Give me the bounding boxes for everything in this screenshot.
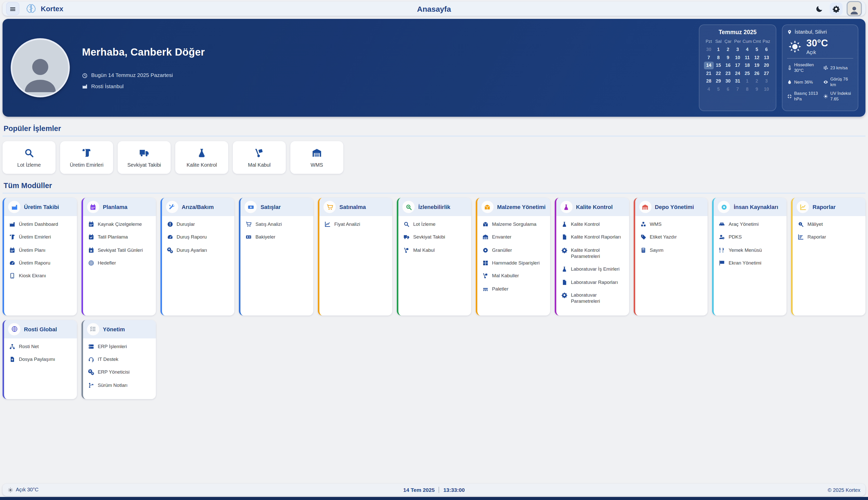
- calendar-day[interactable]: 17: [733, 62, 742, 69]
- calendar-day[interactable]: 9: [752, 86, 762, 93]
- quick-action-lot-i-zleme[interactable]: Lot İzleme: [2, 141, 56, 174]
- user-avatar-button[interactable]: [847, 1, 862, 16]
- module-item-kaynak-izelgeleme[interactable]: Kaynak Çizelgeleme: [88, 221, 151, 228]
- module-item-yemek-men-s[interactable]: Yemek Menüsü: [719, 247, 782, 253]
- calendar-day[interactable]: 8: [742, 86, 752, 93]
- module-item-kalite-kontrol-raporlar[interactable]: Kalite Kontrol Raporları: [561, 234, 624, 241]
- module-item-etiket-yazd-r[interactable]: Etiket Yazdır: [640, 234, 703, 241]
- module-item-envanter[interactable]: Envanter: [482, 234, 545, 241]
- calendar-day[interactable]: 22: [714, 70, 724, 77]
- module-item-kalite-kontrol[interactable]: Kalite Kontrol: [561, 221, 624, 228]
- module-item-sevkiyat-tatil-g-nleri[interactable]: Sevkiyat Tatil Günleri: [88, 247, 151, 253]
- module-item-retim-plan[interactable]: Üretim Planı: [9, 247, 72, 253]
- module-item-duru-ayarlar[interactable]: Duruş Ayarları: [167, 247, 230, 253]
- calendar-day[interactable]: 6: [723, 86, 733, 93]
- module-item-kiosk-ekran[interactable]: Kiosk Ekranı: [9, 273, 72, 279]
- calendar-day[interactable]: 5: [752, 46, 762, 53]
- module-item-duru-raporu[interactable]: Duruş Raporu: [167, 234, 230, 241]
- calendar-day[interactable]: 25: [742, 70, 752, 77]
- calendar-day[interactable]: 20: [762, 62, 771, 69]
- module-item-retim-emirleri[interactable]: Üretim Emirleri: [9, 234, 72, 241]
- settings-button[interactable]: [830, 2, 843, 15]
- module-item-ara-y-netimi[interactable]: Araç Yönetimi: [719, 221, 782, 228]
- calendar-day-header: Cmt: [752, 38, 762, 45]
- calendar-day[interactable]: 7: [733, 86, 742, 93]
- module-item-m-liyet[interactable]: Mâliyet: [798, 221, 860, 228]
- calendar-day[interactable]: 7: [704, 54, 714, 61]
- quick-action-sevkiyat-takibi[interactable]: Sevkiyat Takibi: [118, 141, 171, 174]
- quick-action-wms[interactable]: WMS: [290, 141, 343, 174]
- calendar-day[interactable]: 2: [752, 78, 762, 85]
- calendar-day[interactable]: 24: [733, 70, 742, 77]
- module-item-rosti-net[interactable]: Rosti Net: [9, 343, 72, 350]
- quick-action-kalite-kontrol[interactable]: Kalite Kontrol: [175, 141, 228, 174]
- calendar-day[interactable]: 27: [762, 70, 771, 77]
- module-item-lot-i-zleme[interactable]: Lot İzleme: [403, 221, 466, 228]
- calendar-day[interactable]: 3: [762, 78, 771, 85]
- module-item-s-r-m-notlar[interactable]: Sürüm Notları: [88, 382, 151, 389]
- dolly-icon: [482, 273, 488, 279]
- quick-action-retim-emirleri[interactable]: Üretim Emirleri: [60, 141, 113, 174]
- calendar-day[interactable]: 30: [723, 78, 733, 85]
- calendar-day[interactable]: 30: [704, 46, 714, 53]
- calendar-day[interactable]: 12: [752, 54, 762, 61]
- module-item-paletler[interactable]: Paletler: [482, 286, 545, 292]
- module-item-it-destek[interactable]: IT Destek: [88, 356, 151, 363]
- calendar-day[interactable]: 6: [762, 46, 771, 53]
- module-item-hedefler[interactable]: Hedefler: [88, 260, 151, 266]
- module-item-fiyat-analizi[interactable]: Fiyat Analizi: [325, 221, 387, 228]
- module-item-dosya-payla-m[interactable]: Dosya Paylaşımı: [9, 356, 72, 363]
- quick-action-mal-kabul[interactable]: Mal Kabul: [233, 141, 286, 174]
- module-item-raporlar[interactable]: Raporlar: [798, 234, 860, 241]
- module-item-malzeme-sorgulama[interactable]: Malzeme Sorgulama: [482, 221, 545, 228]
- module-card-header: Arıza/Bakım: [162, 198, 234, 216]
- module-item-retim-raporu[interactable]: Üretim Raporu: [9, 260, 72, 266]
- dark-mode-button[interactable]: [813, 2, 826, 15]
- calendar-day[interactable]: 31: [733, 78, 742, 85]
- calendar-day[interactable]: 19: [752, 62, 762, 69]
- module-item-laboratuvar-i-emirleri[interactable]: Laboratuvar İş Emirleri: [561, 266, 624, 273]
- module-item-say-m[interactable]: Sayım: [640, 247, 703, 253]
- module-item-erp-y-neticisi[interactable]: ERP Yöneticisi: [88, 369, 151, 376]
- calendar-day[interactable]: 16: [723, 62, 733, 69]
- module-item-bakiyeler[interactable]: Bakiyeler: [246, 234, 309, 241]
- calendar-day[interactable]: 4: [704, 86, 714, 93]
- module-item-laboratuvar-raporlar[interactable]: Laboratuvar Raporları: [561, 279, 624, 285]
- calendar-day[interactable]: 15: [714, 62, 724, 69]
- module-item-sevkiyat-takibi[interactable]: Sevkiyat Takibi: [403, 234, 466, 241]
- calendar-day-today[interactable]: 14: [704, 62, 714, 69]
- calendar-day[interactable]: 29: [714, 78, 724, 85]
- calendar-day[interactable]: 8: [714, 54, 724, 61]
- module-item-pdks[interactable]: PDKS: [719, 234, 782, 241]
- calendar-day[interactable]: 9: [723, 54, 733, 61]
- calendar-day[interactable]: 1: [714, 46, 724, 53]
- module-item-mal-kabuller[interactable]: Mal Kabuller: [482, 273, 545, 279]
- module-item-mal-kabul[interactable]: Mal Kabul: [403, 247, 466, 253]
- calendar-day[interactable]: 21: [704, 70, 714, 77]
- module-item-wms[interactable]: WMS: [640, 221, 703, 228]
- module-item-hammadde-sipari-leri[interactable]: Hammadde Siparişleri: [482, 260, 545, 266]
- calendar-day[interactable]: 1: [742, 78, 752, 85]
- module-item-ekran-y-netimi[interactable]: Ekran Yönetimi: [719, 260, 782, 266]
- module-item-tatil-planlama[interactable]: Tatil Planlama: [88, 234, 151, 241]
- module-item-kalite-kontrol-parametreleri[interactable]: Kalite Kontrol Parametreleri: [561, 247, 624, 259]
- module-item-duru-lar[interactable]: Duruşlar: [167, 221, 230, 228]
- module-item-erp-i-lemleri[interactable]: ERP İşlemleri: [88, 343, 151, 350]
- calendar-day[interactable]: 10: [762, 86, 771, 93]
- calendar-day[interactable]: 4: [742, 46, 752, 53]
- calendar-day[interactable]: 2: [723, 46, 733, 53]
- calendar-day[interactable]: 3: [733, 46, 742, 53]
- module-item-sat-analizi[interactable]: Satış Analizi: [246, 221, 309, 228]
- calendar-day[interactable]: 11: [742, 54, 752, 61]
- calendar-day[interactable]: 26: [752, 70, 762, 77]
- calendar-day[interactable]: 28: [704, 78, 714, 85]
- calendar-day[interactable]: 13: [762, 54, 771, 61]
- calendar-day[interactable]: 5: [714, 86, 724, 93]
- calendar-day[interactable]: 10: [733, 54, 742, 61]
- module-item-gran-ller[interactable]: Granüller: [482, 247, 545, 253]
- menu-button[interactable]: [6, 2, 19, 15]
- module-item-laboratuvar-parametreleri[interactable]: Laboratuvar Parametreleri: [561, 292, 624, 305]
- calendar-day[interactable]: 23: [723, 70, 733, 77]
- calendar-day[interactable]: 18: [742, 62, 752, 69]
- module-item-retim-dashboard[interactable]: Üretim Dashboard: [9, 221, 72, 228]
